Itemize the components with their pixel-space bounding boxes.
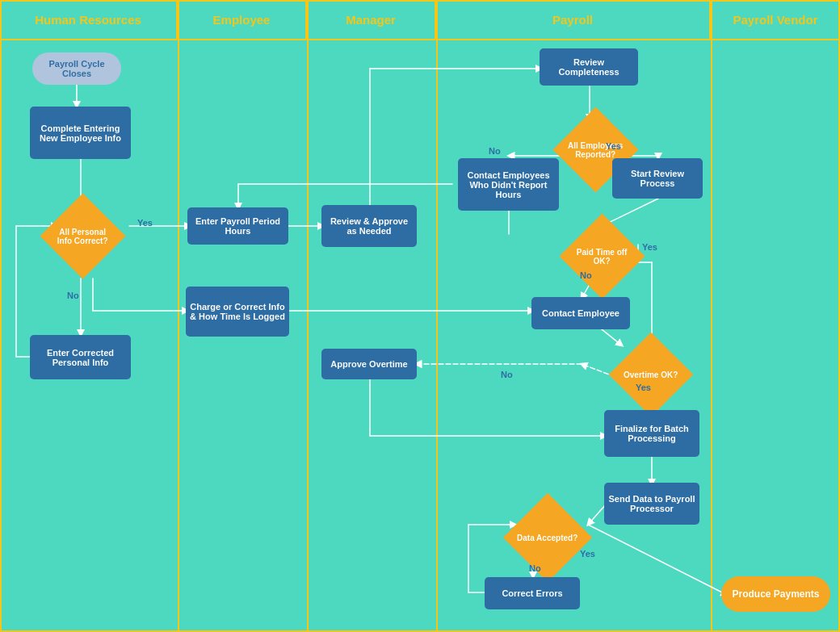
yes-label-4: Yes bbox=[636, 383, 651, 392]
enter-corrected-box: Enter Corrected Personal Info bbox=[30, 335, 131, 379]
col-divider-3 bbox=[436, 0, 438, 632]
no-label-4: No bbox=[501, 370, 513, 379]
col-divider-2 bbox=[307, 0, 309, 632]
col-divider-1 bbox=[178, 0, 179, 632]
finalize-batch-box: Finalize for Batch Processing bbox=[604, 410, 699, 457]
enter-payroll-box: Enter Payroll Period Hours bbox=[187, 207, 288, 245]
contact-employees-box: Contact Employees Who Didn't Report Hour… bbox=[458, 158, 559, 211]
header-pay: Payroll bbox=[436, 0, 711, 39]
yes-label-1: Yes bbox=[137, 218, 153, 228]
paid-time-diamond: Paid Time off OK? bbox=[565, 220, 638, 292]
review-completeness-box: Review Completeness bbox=[540, 48, 638, 86]
no-label-3: No bbox=[580, 270, 592, 280]
contact-employee-box: Contact Employee bbox=[531, 297, 630, 329]
send-data-box: Send Data to Payroll Processor bbox=[604, 483, 699, 525]
no-label-5: No bbox=[529, 563, 541, 573]
col-divider-4 bbox=[711, 0, 712, 632]
flowchart-connectors bbox=[0, 0, 840, 632]
review-approve-box: Review & Approve as Needed bbox=[321, 205, 417, 247]
header-pv: Payroll Vendor bbox=[711, 0, 840, 39]
complete-entering-box: Complete Entering New Employee Info bbox=[30, 107, 131, 159]
produce-payments-oval: Produce Payments bbox=[721, 576, 830, 612]
yes-label-2: Yes bbox=[606, 141, 621, 151]
all-personal-info-diamond: All Personal Info Correct? bbox=[44, 198, 121, 274]
outer-border bbox=[0, 0, 840, 632]
overtime-ok-diamond: Overtime OK? bbox=[615, 339, 687, 410]
data-accepted-diamond: Data Accepted? bbox=[509, 499, 586, 575]
charge-correct-box: Charge or Correct Info & How Time Is Log… bbox=[186, 287, 289, 337]
svg-line-26 bbox=[588, 504, 606, 525]
header-hr: Human Resources bbox=[0, 0, 178, 39]
svg-line-31 bbox=[588, 525, 727, 595]
no-label-2: No bbox=[489, 146, 501, 156]
correct-errors-box: Correct Errors bbox=[485, 577, 580, 609]
header-row: Human Resources Employee Manager Payroll… bbox=[0, 0, 840, 40]
approve-overtime-box: Approve Overtime bbox=[321, 349, 417, 379]
yes-label-3: Yes bbox=[642, 242, 657, 252]
no-label-1: No bbox=[67, 291, 79, 300]
start-review-box: Start Review Process bbox=[612, 158, 703, 199]
yes-label-5: Yes bbox=[580, 549, 595, 559]
payroll-cycle-closes: Payroll Cycle Closes bbox=[32, 52, 121, 85]
header-mgr: Manager bbox=[307, 0, 436, 39]
header-emp: Employee bbox=[178, 0, 307, 39]
